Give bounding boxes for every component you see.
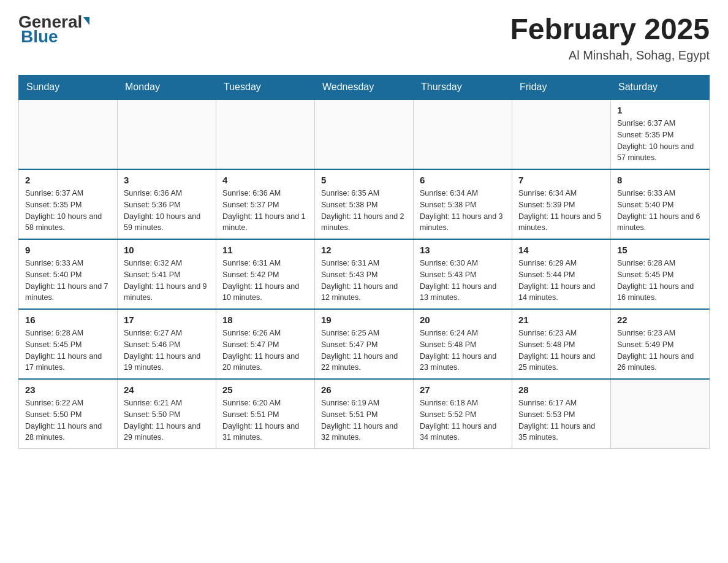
calendar-cell: 22Sunrise: 6:23 AM Sunset: 5:49 PM Dayli… [611, 309, 710, 379]
calendar-cell: 6Sunrise: 6:34 AM Sunset: 5:38 PM Daylig… [414, 169, 512, 239]
calendar-cell [512, 99, 611, 169]
calendar-cell: 9Sunrise: 6:33 AM Sunset: 5:40 PM Daylig… [19, 239, 118, 309]
day-info: Sunrise: 6:33 AM Sunset: 5:40 PM Dayligh… [25, 258, 111, 304]
logo-blue-text: Blue [21, 27, 58, 47]
day-number: 7 [518, 175, 604, 185]
calendar-cell: 13Sunrise: 6:30 AM Sunset: 5:43 PM Dayli… [414, 239, 512, 309]
day-info: Sunrise: 6:20 AM Sunset: 5:51 PM Dayligh… [222, 397, 308, 443]
day-info: Sunrise: 6:28 AM Sunset: 5:45 PM Dayligh… [617, 258, 703, 304]
day-number: 5 [321, 175, 407, 185]
day-info: Sunrise: 6:36 AM Sunset: 5:36 PM Dayligh… [124, 188, 210, 234]
day-info: Sunrise: 6:22 AM Sunset: 5:50 PM Dayligh… [25, 397, 111, 443]
day-info: Sunrise: 6:34 AM Sunset: 5:39 PM Dayligh… [518, 188, 604, 234]
day-info: Sunrise: 6:27 AM Sunset: 5:46 PM Dayligh… [124, 327, 210, 373]
day-info: Sunrise: 6:28 AM Sunset: 5:45 PM Dayligh… [25, 327, 111, 373]
day-of-week-header: Saturday [611, 75, 710, 100]
calendar-cell: 28Sunrise: 6:17 AM Sunset: 5:53 PM Dayli… [512, 379, 611, 449]
day-info: Sunrise: 6:18 AM Sunset: 5:52 PM Dayligh… [420, 397, 506, 443]
day-of-week-header: Tuesday [216, 75, 315, 100]
day-info: Sunrise: 6:36 AM Sunset: 5:37 PM Dayligh… [222, 188, 308, 234]
day-info: Sunrise: 6:29 AM Sunset: 5:44 PM Dayligh… [518, 258, 604, 304]
day-info: Sunrise: 6:24 AM Sunset: 5:48 PM Dayligh… [420, 327, 506, 373]
day-number: 22 [617, 315, 703, 325]
day-info: Sunrise: 6:23 AM Sunset: 5:49 PM Dayligh… [617, 327, 703, 373]
calendar-week-row: 9Sunrise: 6:33 AM Sunset: 5:40 PM Daylig… [19, 239, 710, 309]
day-info: Sunrise: 6:32 AM Sunset: 5:41 PM Dayligh… [124, 258, 210, 304]
day-number: 25 [222, 385, 308, 395]
day-number: 12 [321, 245, 407, 255]
day-info: Sunrise: 6:23 AM Sunset: 5:48 PM Dayligh… [518, 327, 604, 373]
calendar-cell: 5Sunrise: 6:35 AM Sunset: 5:38 PM Daylig… [315, 169, 414, 239]
calendar-cell [118, 99, 216, 169]
calendar-cell: 15Sunrise: 6:28 AM Sunset: 5:45 PM Dayli… [611, 239, 710, 309]
day-of-week-header: Thursday [414, 75, 512, 100]
calendar-cell: 23Sunrise: 6:22 AM Sunset: 5:50 PM Dayli… [19, 379, 118, 449]
day-number: 1 [617, 105, 703, 115]
day-number: 28 [518, 385, 604, 395]
day-number: 4 [222, 175, 308, 185]
day-number: 27 [420, 385, 506, 395]
day-number: 19 [321, 315, 407, 325]
day-number: 16 [25, 315, 111, 325]
calendar-week-row: 23Sunrise: 6:22 AM Sunset: 5:50 PM Dayli… [19, 379, 710, 449]
day-number: 24 [124, 385, 210, 395]
calendar-cell [19, 99, 118, 169]
day-of-week-header: Wednesday [315, 75, 414, 100]
day-number: 6 [420, 175, 506, 185]
day-number: 9 [25, 245, 111, 255]
day-number: 26 [321, 385, 407, 395]
calendar-cell: 25Sunrise: 6:20 AM Sunset: 5:51 PM Dayli… [216, 379, 315, 449]
title-section: February 2025 Al Minshah, Sohag, Egypt [510, 12, 710, 63]
calendar-cell [414, 99, 512, 169]
day-info: Sunrise: 6:25 AM Sunset: 5:47 PM Dayligh… [321, 327, 407, 373]
day-of-week-header: Friday [512, 75, 611, 100]
calendar-week-row: 16Sunrise: 6:28 AM Sunset: 5:45 PM Dayli… [19, 309, 710, 379]
day-number: 20 [420, 315, 506, 325]
day-info: Sunrise: 6:37 AM Sunset: 5:35 PM Dayligh… [617, 118, 703, 164]
calendar-cell: 24Sunrise: 6:21 AM Sunset: 5:50 PM Dayli… [118, 379, 216, 449]
month-year-title: February 2025 [510, 12, 710, 46]
day-info: Sunrise: 6:19 AM Sunset: 5:51 PM Dayligh… [321, 397, 407, 443]
calendar-cell: 7Sunrise: 6:34 AM Sunset: 5:39 PM Daylig… [512, 169, 611, 239]
day-number: 10 [124, 245, 210, 255]
day-info: Sunrise: 6:21 AM Sunset: 5:50 PM Dayligh… [124, 397, 210, 443]
day-info: Sunrise: 6:33 AM Sunset: 5:40 PM Dayligh… [617, 188, 703, 234]
location-subtitle: Al Minshah, Sohag, Egypt [510, 48, 710, 63]
calendar-cell: 8Sunrise: 6:33 AM Sunset: 5:40 PM Daylig… [611, 169, 710, 239]
calendar-week-row: 1Sunrise: 6:37 AM Sunset: 5:35 PM Daylig… [19, 99, 710, 169]
day-number: 8 [617, 175, 703, 185]
calendar-cell: 19Sunrise: 6:25 AM Sunset: 5:47 PM Dayli… [315, 309, 414, 379]
day-number: 3 [124, 175, 210, 185]
page-header: General Blue February 2025 Al Minshah, S… [18, 12, 710, 63]
calendar-cell: 27Sunrise: 6:18 AM Sunset: 5:52 PM Dayli… [414, 379, 512, 449]
day-info: Sunrise: 6:31 AM Sunset: 5:42 PM Dayligh… [222, 258, 308, 304]
calendar-cell [315, 99, 414, 169]
logo: General Blue [18, 12, 90, 47]
day-number: 21 [518, 315, 604, 325]
calendar-cell: 14Sunrise: 6:29 AM Sunset: 5:44 PM Dayli… [512, 239, 611, 309]
calendar-cell: 11Sunrise: 6:31 AM Sunset: 5:42 PM Dayli… [216, 239, 315, 309]
calendar-cell: 4Sunrise: 6:36 AM Sunset: 5:37 PM Daylig… [216, 169, 315, 239]
day-info: Sunrise: 6:35 AM Sunset: 5:38 PM Dayligh… [321, 188, 407, 234]
logo-arrow-icon [83, 17, 89, 25]
calendar-cell: 18Sunrise: 6:26 AM Sunset: 5:47 PM Dayli… [216, 309, 315, 379]
calendar-cell [611, 379, 710, 449]
day-number: 23 [25, 385, 111, 395]
calendar-cell: 17Sunrise: 6:27 AM Sunset: 5:46 PM Dayli… [118, 309, 216, 379]
calendar-header-row: SundayMondayTuesdayWednesdayThursdayFrid… [19, 75, 710, 100]
calendar-cell: 21Sunrise: 6:23 AM Sunset: 5:48 PM Dayli… [512, 309, 611, 379]
calendar-cell: 1Sunrise: 6:37 AM Sunset: 5:35 PM Daylig… [611, 99, 710, 169]
day-number: 18 [222, 315, 308, 325]
day-info: Sunrise: 6:17 AM Sunset: 5:53 PM Dayligh… [518, 397, 604, 443]
day-number: 13 [420, 245, 506, 255]
calendar-cell: 16Sunrise: 6:28 AM Sunset: 5:45 PM Dayli… [19, 309, 118, 379]
calendar-week-row: 2Sunrise: 6:37 AM Sunset: 5:35 PM Daylig… [19, 169, 710, 239]
calendar-table: SundayMondayTuesdayWednesdayThursdayFrid… [18, 75, 710, 449]
calendar-cell: 3Sunrise: 6:36 AM Sunset: 5:36 PM Daylig… [118, 169, 216, 239]
calendar-cell: 2Sunrise: 6:37 AM Sunset: 5:35 PM Daylig… [19, 169, 118, 239]
calendar-cell: 20Sunrise: 6:24 AM Sunset: 5:48 PM Dayli… [414, 309, 512, 379]
day-info: Sunrise: 6:26 AM Sunset: 5:47 PM Dayligh… [222, 327, 308, 373]
day-info: Sunrise: 6:31 AM Sunset: 5:43 PM Dayligh… [321, 258, 407, 304]
day-of-week-header: Monday [118, 75, 216, 100]
calendar-cell: 12Sunrise: 6:31 AM Sunset: 5:43 PM Dayli… [315, 239, 414, 309]
